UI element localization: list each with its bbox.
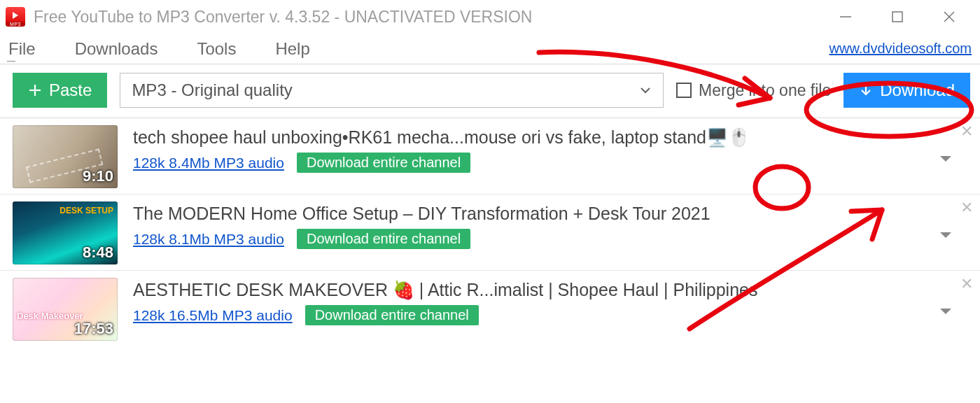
video-duration: 8:48 bbox=[83, 243, 113, 262]
menu-downloads[interactable]: Downloads bbox=[75, 39, 158, 59]
checkbox-icon bbox=[676, 83, 692, 98]
window-title: Free YouTube to MP3 Converter v. 4.3.52 … bbox=[34, 8, 532, 27]
list-item: 17:53 AESTHETIC DESK MAKEOVER 🍓 | Attic … bbox=[0, 271, 980, 346]
merge-checkbox[interactable]: Merge into one file bbox=[676, 81, 831, 100]
menu-tools[interactable]: Tools bbox=[197, 39, 236, 59]
audio-info-link[interactable]: 128k 16.5Mb MP3 audio bbox=[133, 307, 293, 324]
download-item-button[interactable] bbox=[935, 302, 956, 323]
list-item: 9:10 tech shopee haul unboxing•RK61 mech… bbox=[0, 118, 980, 195]
close-button[interactable] bbox=[941, 8, 958, 25]
toolbar: Paste MP3 - Original quality Merge into … bbox=[0, 64, 980, 118]
chevron-down-icon bbox=[639, 84, 652, 97]
video-thumbnail[interactable]: 17:53 bbox=[13, 278, 118, 341]
video-title: The MODERN Home Office Setup – DIY Trans… bbox=[133, 203, 921, 225]
remove-item-button[interactable]: ✕ bbox=[960, 124, 973, 139]
download-item-button[interactable] bbox=[935, 149, 956, 170]
download-arrow-icon bbox=[859, 83, 873, 97]
menu-help[interactable]: Help bbox=[275, 39, 309, 59]
channel-badge[interactable]: Download entire channel bbox=[297, 229, 470, 249]
remove-item-button[interactable]: ✕ bbox=[960, 276, 973, 292]
quality-selected-label: MP3 - Original quality bbox=[132, 80, 292, 100]
channel-badge[interactable]: Download entire channel bbox=[305, 305, 479, 325]
channel-badge[interactable]: Download entire channel bbox=[297, 153, 470, 173]
plus-icon bbox=[28, 83, 42, 97]
remove-item-button[interactable]: ✕ bbox=[960, 200, 973, 215]
paste-button-label: Paste bbox=[49, 80, 92, 100]
app-icon bbox=[6, 7, 25, 27]
download-button-label: Download bbox=[880, 80, 955, 100]
minimize-button[interactable] bbox=[837, 8, 854, 25]
download-button[interactable]: Download bbox=[844, 73, 970, 108]
quality-select[interactable]: MP3 - Original quality bbox=[120, 73, 664, 108]
merge-label: Merge into one file bbox=[699, 81, 831, 100]
video-title: AESTHETIC DESK MAKEOVER 🍓 | Attic R...im… bbox=[133, 279, 921, 301]
menu-bar: File Downloads Tools Help www.dvdvideoso… bbox=[0, 34, 980, 64]
video-thumbnail[interactable]: 8:48 bbox=[13, 202, 118, 264]
video-duration: 9:10 bbox=[83, 167, 113, 185]
title-bar: Free YouTube to MP3 Converter v. 4.3.52 … bbox=[0, 0, 980, 34]
svg-rect-1 bbox=[892, 12, 902, 22]
download-item-button[interactable] bbox=[935, 225, 956, 246]
video-thumbnail[interactable]: 9:10 bbox=[13, 125, 118, 188]
site-link[interactable]: www.dvdvideosoft.com bbox=[830, 41, 972, 57]
maximize-button[interactable] bbox=[889, 8, 906, 25]
menu-file[interactable]: File bbox=[8, 39, 36, 59]
video-title: tech shopee haul unboxing•RK61 mecha...m… bbox=[133, 127, 921, 148]
audio-info-link[interactable]: 128k 8.4Mb MP3 audio bbox=[133, 155, 284, 171]
audio-info-link[interactable]: 128k 8.1Mb MP3 audio bbox=[133, 231, 284, 248]
list-item: 8:48 The MODERN Home Office Setup – DIY … bbox=[0, 195, 980, 271]
paste-button[interactable]: Paste bbox=[13, 73, 107, 108]
video-duration: 17:53 bbox=[74, 320, 113, 338]
